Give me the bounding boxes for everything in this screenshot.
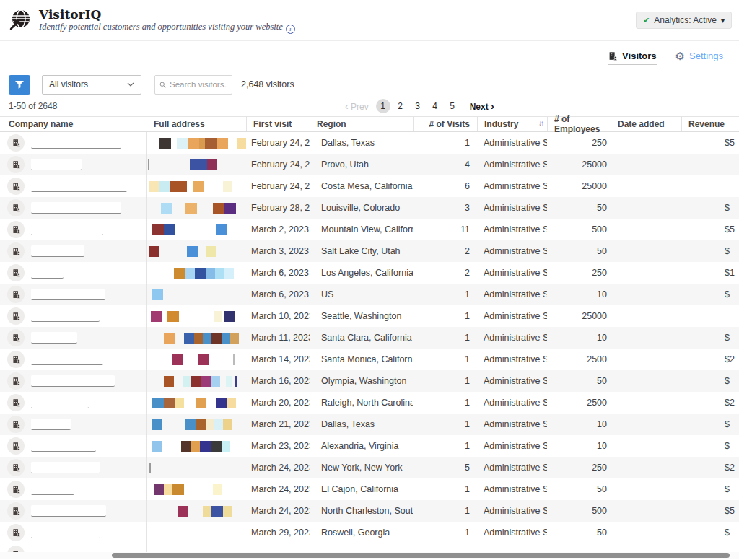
revenue-cell: $1 bbox=[681, 268, 739, 278]
result-range: 1-50 of 2648 bbox=[9, 101, 57, 111]
analytics-status-button[interactable]: ✔ Analytics: Active ▾ bbox=[636, 12, 732, 29]
column-header-revenue[interactable]: Revenue bbox=[681, 117, 739, 131]
next-arrow-icon: › bbox=[491, 100, 494, 112]
page-number-3[interactable]: 3 bbox=[411, 99, 425, 113]
address-redacted-block bbox=[222, 441, 230, 452]
tab-settings[interactable]: ⚙ Settings bbox=[675, 41, 723, 71]
employees-cell: 50 bbox=[547, 528, 611, 538]
analytics-status-label: Analytics: Active bbox=[654, 15, 717, 25]
building-icon bbox=[12, 507, 21, 516]
building-icon bbox=[12, 463, 21, 473]
full-address-cell bbox=[147, 500, 246, 522]
address-redacted-block bbox=[223, 506, 232, 517]
address-redacted-block bbox=[214, 419, 223, 430]
table-row[interactable]: February 24, 2023Provo, Utah4Administrat… bbox=[0, 154, 739, 175]
next-page-button[interactable]: Next › bbox=[470, 100, 494, 112]
table-row[interactable]: March 11, 2023Santa Clara, California1Ad… bbox=[0, 327, 739, 349]
table-row[interactable]: March 6, 2023US1Administrative Sup...10$ bbox=[0, 284, 739, 305]
company-avatar bbox=[7, 351, 25, 368]
visits-cell: 1 bbox=[413, 419, 477, 429]
table-row[interactable]: March 24, 2023New York, New York5Adminis… bbox=[0, 457, 739, 478]
employees-cell: 50 bbox=[547, 203, 611, 213]
table-row[interactable]: March 24, 2023El Cajon, California1Admin… bbox=[0, 478, 739, 500]
prev-page-button[interactable]: ‹ Prev bbox=[345, 100, 369, 112]
address-redacted-block bbox=[172, 484, 184, 495]
visitor-filter-select[interactable]: All visitors bbox=[42, 75, 141, 95]
full-address-cell bbox=[147, 370, 246, 392]
column-header-industry[interactable]: Industry↓↑ bbox=[477, 117, 547, 131]
building-icon bbox=[12, 420, 21, 429]
column-header-full-address[interactable]: Full address bbox=[147, 117, 246, 131]
table-row[interactable]: February 24, 2023Dallas, Texas1Administr… bbox=[0, 132, 739, 154]
page-subtitle: Identify potential customers and opportu… bbox=[39, 22, 636, 34]
horizontal-scrollbar[interactable] bbox=[0, 552, 739, 559]
address-redacted-block bbox=[217, 138, 228, 149]
visits-cell: 1 bbox=[413, 506, 477, 516]
table-row[interactable]: March 10, 2023Seattle, Washington1Admini… bbox=[0, 305, 739, 327]
table-row-partial[interactable]: Business Cent bbox=[0, 543, 739, 552]
page-number-5[interactable]: 5 bbox=[445, 99, 460, 113]
first-visit-cell: March 11, 2023 bbox=[246, 333, 310, 343]
column-header-date-added[interactable]: Date added bbox=[611, 117, 681, 131]
search-box bbox=[154, 75, 232, 95]
full-address-cell bbox=[147, 262, 246, 284]
visits-cell: 1 bbox=[413, 289, 477, 299]
column-header-label: Revenue bbox=[688, 119, 725, 129]
column-header--of-employees[interactable]: # of Employees bbox=[547, 117, 611, 131]
address-redacted-block bbox=[159, 138, 171, 149]
table-row[interactable]: March 2, 2023Mountain View, California11… bbox=[0, 219, 739, 240]
scrollbar-thumb[interactable] bbox=[112, 553, 730, 558]
company-name-redacted bbox=[31, 289, 105, 300]
column-header--of-visits[interactable]: # of Visits bbox=[413, 117, 477, 131]
address-redacted-block bbox=[167, 311, 179, 322]
page-number-1[interactable]: 1 bbox=[376, 99, 390, 113]
region-cell: Santa Monica, California bbox=[310, 354, 413, 364]
tab-visitors[interactable]: Visitors bbox=[608, 41, 656, 71]
info-icon[interactable]: i bbox=[286, 25, 295, 34]
address-redacted-block bbox=[206, 419, 214, 430]
region-cell: Los Angeles, California bbox=[310, 268, 413, 278]
column-header-company-name[interactable]: Company name bbox=[0, 117, 147, 131]
company-cell bbox=[0, 500, 147, 522]
address-redacted-block bbox=[213, 203, 224, 214]
table-row[interactable]: March 21, 2023Dallas, Texas1Administrati… bbox=[0, 414, 739, 435]
table-row[interactable]: March 24, 2023North Charleston, South Ca… bbox=[0, 500, 739, 522]
search-input[interactable] bbox=[170, 80, 227, 89]
table-row[interactable]: March 16, 2023Olympia, Washington1Admini… bbox=[0, 370, 739, 392]
company-cell bbox=[0, 305, 147, 327]
first-visit-cell: March 24, 2023 bbox=[246, 463, 310, 473]
company-cell bbox=[0, 370, 147, 392]
company-avatar bbox=[7, 199, 25, 216]
full-address-cell bbox=[147, 219, 246, 240]
region-cell: El Cajon, California bbox=[310, 484, 413, 494]
table-row[interactable]: February 28, 2023Louisville, Colorado3Ad… bbox=[0, 197, 739, 219]
column-header-region[interactable]: Region bbox=[310, 117, 413, 131]
table-row[interactable]: February 24, 2023Costa Mesa, California6… bbox=[0, 175, 739, 197]
address-redacted-block bbox=[154, 484, 164, 495]
first-visit-cell: March 3, 2023 bbox=[246, 246, 310, 256]
prev-label: Prev bbox=[351, 102, 369, 112]
company-avatar bbox=[7, 178, 25, 195]
address-redacted-block bbox=[194, 333, 203, 344]
table-row[interactable]: March 6, 2023Los Angeles, California2Adm… bbox=[0, 262, 739, 284]
employees-cell: 50 bbox=[547, 484, 611, 494]
employees-cell: 500 bbox=[547, 224, 611, 235]
page-number-4[interactable]: 4 bbox=[428, 99, 442, 113]
revenue-cell: $2 bbox=[681, 398, 739, 408]
filter-button[interactable] bbox=[9, 75, 30, 95]
address-redacted-block bbox=[200, 441, 211, 452]
tab-visitors-label: Visitors bbox=[622, 51, 656, 61]
table-row[interactable]: March 20, 2023Raleigh, North Carolina1Ad… bbox=[0, 392, 739, 414]
table-row[interactable]: March 14, 2023Santa Monica, California1A… bbox=[0, 349, 739, 370]
company-name-redacted bbox=[31, 245, 84, 257]
industry-cell: Administrative Sup... bbox=[477, 289, 547, 299]
region-cell: New York, New York bbox=[310, 463, 413, 473]
column-header-first-visit[interactable]: First visit bbox=[246, 117, 310, 131]
sort-arrows-icon[interactable]: ↓↑ bbox=[538, 119, 543, 127]
table-row[interactable]: March 23, 2023Alexandria, Virginia1Admin… bbox=[0, 435, 739, 457]
building-icon bbox=[12, 333, 21, 343]
industry-cell: Administrative Sup... bbox=[477, 224, 547, 235]
table-row[interactable]: March 3, 2023Salt Lake City, Utah2Admini… bbox=[0, 240, 739, 262]
table-row[interactable]: March 29, 2023Roswell, Georgia1Administr… bbox=[0, 522, 739, 543]
page-number-2[interactable]: 2 bbox=[393, 99, 408, 113]
